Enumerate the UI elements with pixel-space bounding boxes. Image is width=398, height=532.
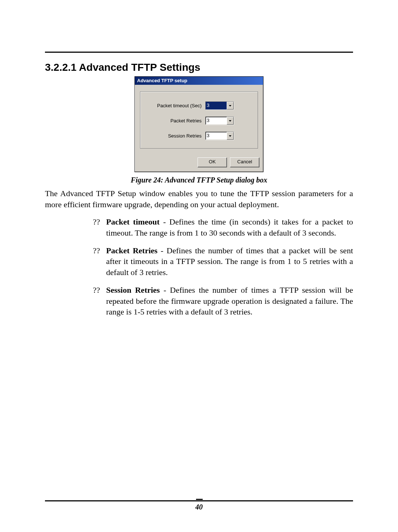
dialog-titlebar: Advanced TFTP setup [135, 77, 263, 85]
dropdown-value: 3 [206, 117, 227, 125]
label-session-retries: Session Retries [146, 133, 205, 139]
field-group: Packet timeout (Sec) 3 Packet Retries 3 [140, 91, 258, 149]
list-item: ?? Packet timeout - Defines the time (in… [93, 216, 353, 238]
figure-caption: Figure 24: Advanced TFTP Setup dialog bo… [45, 176, 353, 184]
bullet-marker: ?? [93, 245, 100, 256]
bullet-term: Packet timeout [106, 217, 160, 226]
section-heading: 3.2.2.1 Advanced TFTP Settings [45, 62, 353, 73]
bottom-rule [45, 500, 353, 501]
dialog-body: Packet timeout (Sec) 3 Packet Retries 3 [135, 85, 263, 152]
bullet-term: Session Retries [106, 285, 160, 295]
list-item: ?? Packet Retries - Defines the number o… [93, 245, 353, 278]
cancel-button[interactable]: Cancel [230, 157, 259, 167]
dropdown-packet-retries[interactable]: 3 [205, 117, 234, 125]
advanced-tftp-dialog: Advanced TFTP setup Packet timeout (Sec)… [135, 76, 263, 172]
label-packet-timeout: Packet timeout (Sec) [146, 103, 205, 108]
chevron-down-icon[interactable] [227, 102, 234, 109]
bullet-term: Packet Retries [106, 246, 157, 255]
svg-marker-2 [229, 135, 231, 137]
intro-paragraph: The Advanced TFTP Setup window enables y… [45, 188, 353, 210]
bullet-list: ?? Packet timeout - Defines the time (in… [45, 216, 353, 317]
top-rule [45, 52, 353, 53]
dropdown-value: 3 [206, 102, 227, 109]
chevron-down-icon[interactable] [227, 117, 234, 125]
dropdown-packet-timeout[interactable]: 3 [205, 101, 234, 110]
page-number: 40 [45, 503, 353, 511]
dropdown-session-retries[interactable]: 3 [205, 132, 234, 140]
svg-marker-1 [229, 120, 231, 122]
row-packet-timeout: Packet timeout (Sec) 3 [146, 101, 252, 110]
dialog-screenshot: Advanced TFTP setup Packet timeout (Sec)… [45, 76, 353, 172]
dropdown-value: 3 [206, 132, 227, 140]
label-packet-retries: Packet Retries [146, 118, 205, 124]
page-footer: 40 [45, 500, 353, 511]
svg-marker-0 [229, 105, 231, 107]
bullet-marker: ?? [93, 216, 100, 227]
row-session-retries: Session Retries 3 [146, 132, 252, 140]
bullet-marker: ?? [93, 285, 100, 296]
row-packet-retries: Packet Retries 3 [146, 117, 252, 125]
dialog-button-row: OK Cancel [135, 152, 263, 172]
chevron-down-icon[interactable] [227, 132, 234, 140]
document-page: 3.2.2.1 Advanced TFTP Settings Advanced … [0, 0, 398, 532]
list-item: ?? Session Retries - Defines the number … [93, 285, 353, 317]
ok-button[interactable]: OK [198, 157, 227, 167]
